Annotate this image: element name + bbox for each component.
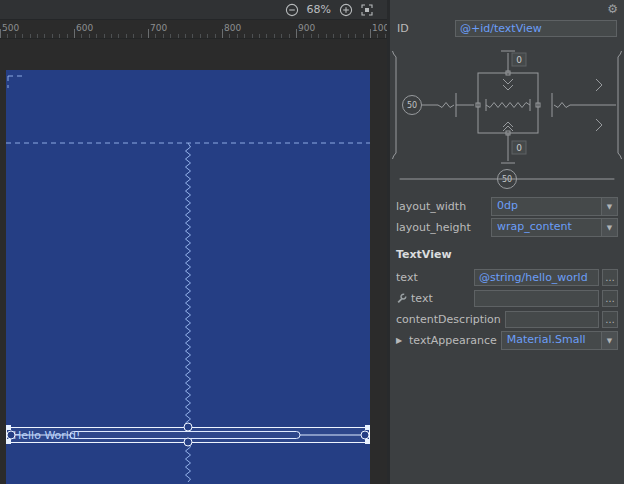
design-text-attribute-input[interactable] — [474, 290, 599, 307]
zoom-level: 68% — [307, 3, 331, 16]
left-anchor[interactable] — [7, 431, 15, 439]
design-text-attribute-row: text … — [390, 288, 624, 309]
zoom-out-button[interactable] — [285, 3, 299, 17]
ruler-minor-ticks — [0, 34, 387, 38]
constraint-widget[interactable]: 50 — [390, 41, 624, 193]
layout-width-value: 0dp — [492, 198, 601, 215]
resize-handle[interactable] — [6, 439, 11, 444]
content-description-row: contentDescription … — [390, 309, 624, 330]
zoom-in-button[interactable] — [339, 3, 353, 17]
chevron-down-icon[interactable]: ▼ — [601, 219, 617, 236]
top-anchor[interactable] — [184, 423, 192, 431]
zoom-to-fit-icon — [361, 4, 373, 16]
text-appearance-label: textAppearance — [409, 334, 497, 347]
layout-height-combo[interactable]: wrap_content ▼ — [491, 218, 618, 237]
ruler-tick-label: 800 — [224, 23, 241, 33]
right-chevron — [596, 119, 602, 131]
widget-box — [478, 73, 538, 133]
chevron-down-icon[interactable]: ▼ — [601, 332, 617, 349]
resize-handle[interactable] — [6, 425, 11, 430]
wrap-content-chevron — [503, 85, 513, 90]
layout-width-row: layout_width 0dp ▼ — [390, 196, 624, 217]
design-text-attribute-label: text — [411, 292, 433, 305]
right-spring — [554, 103, 570, 108]
top-constraint-spring — [186, 143, 191, 426]
zoom-to-fit-button[interactable] — [361, 4, 373, 16]
blueprint-view[interactable]: Hello World! — [6, 70, 370, 484]
text-attribute-input[interactable] — [474, 269, 599, 286]
layout-editor-window: 68% 500 6 — [0, 0, 624, 484]
wrap-content-chevron — [503, 126, 513, 131]
id-input[interactable] — [455, 20, 617, 37]
section-title: TextView — [390, 238, 624, 267]
chevron-down-icon[interactable]: ▼ — [601, 198, 617, 215]
right-chevron — [596, 79, 602, 91]
content-description-label: contentDescription — [396, 313, 501, 326]
constraint-widget-area: 50 — [390, 38, 624, 196]
match-constraint-spring — [486, 103, 530, 108]
resize-handle[interactable] — [365, 425, 370, 430]
content-description-more-button[interactable]: … — [602, 311, 618, 328]
panel-header: ⚙ — [390, 0, 624, 18]
horizontal-bias-value: 50 — [502, 175, 512, 184]
text-appearance-combo[interactable]: Material.Small ▼ — [501, 331, 618, 350]
text-more-button[interactable]: … — [602, 269, 618, 286]
id-label: ID — [397, 22, 455, 35]
ruler-tick-label: 700 — [150, 23, 167, 33]
right-anchor[interactable] — [361, 431, 369, 439]
circle-plus-icon — [339, 3, 353, 17]
ruler-tick-label: 900 — [298, 23, 315, 33]
design-canvas[interactable]: Hello World! — [0, 40, 387, 484]
horizontal-ruler: 500 600 700 800 900 100 — [0, 20, 387, 39]
bottom-anchor[interactable] — [184, 438, 192, 446]
top-margin-value: 0 — [516, 55, 522, 65]
id-row: ID — [390, 18, 624, 38]
layout-width-combo[interactable]: 0dp ▼ — [491, 197, 618, 216]
ruler-tick-label: 500 — [2, 23, 19, 33]
vertical-bias-value: 50 — [407, 101, 417, 110]
gear-icon[interactable]: ⚙ — [607, 1, 618, 17]
resize-handle[interactable] — [365, 439, 370, 444]
layout-height-label: layout_height — [396, 221, 491, 234]
canvas-toolbar: 68% — [0, 0, 387, 20]
wrench-icon — [396, 293, 407, 304]
design-text-more-button[interactable]: … — [602, 290, 618, 307]
content-description-input[interactable] — [505, 311, 599, 328]
left-spring — [438, 103, 454, 108]
text-attribute-row: text … — [390, 267, 624, 288]
design-surface-pane: 68% 500 6 — [0, 0, 387, 484]
widget-text: Hello World! — [13, 429, 80, 442]
attributes-panel: ⚙ ID 50 — [387, 0, 624, 484]
layout-width-label: layout_width — [396, 200, 491, 213]
text-attribute-label: text — [396, 271, 418, 284]
text-appearance-row: ▶ textAppearance Material.Small ▼ — [390, 330, 624, 351]
circle-minus-icon — [285, 3, 299, 17]
layout-height-value: wrap_content — [492, 219, 601, 236]
ruler-tick-label: 600 — [76, 23, 93, 33]
wrap-content-chevron — [503, 79, 513, 84]
layout-height-row: layout_height wrap_content ▼ — [390, 217, 624, 238]
expander-icon[interactable]: ▶ — [396, 336, 405, 345]
text-appearance-value: Material.Small — [502, 332, 601, 349]
bottom-constraint-spring — [186, 443, 191, 482]
bottom-margin-value: 0 — [516, 143, 522, 153]
